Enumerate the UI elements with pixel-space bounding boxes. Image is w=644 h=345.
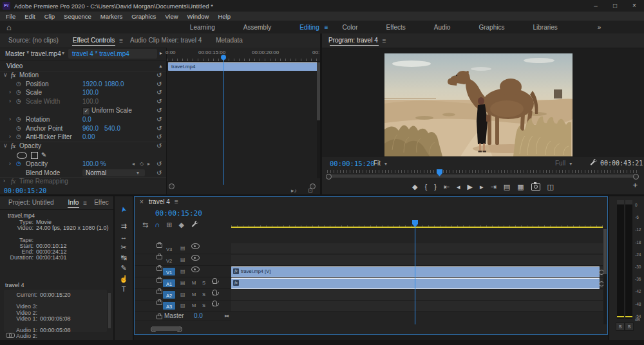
home-icon[interactable]: ⌂ <box>6 23 12 32</box>
video-clip[interactable]: fxtravel.mp4 [V] <box>231 266 600 277</box>
step-forward-button[interactable]: ▸ <box>480 181 484 192</box>
type-tool[interactable]: T <box>115 285 133 293</box>
ec-section-video[interactable]: Video <box>6 62 23 71</box>
mute-button[interactable]: M <box>192 290 196 300</box>
stopwatch-icon[interactable]: ◷ <box>16 88 21 97</box>
reset-parameter-icon[interactable]: ↺ <box>156 115 162 124</box>
solo-button[interactable]: S <box>202 278 205 288</box>
export-icon[interactable]: ⊡ <box>308 187 313 194</box>
scrubber-track[interactable] <box>327 174 639 178</box>
stopwatch-icon[interactable]: ◷ <box>16 133 21 142</box>
menu-file[interactable]: File <box>1 13 20 20</box>
lock-icon[interactable] <box>156 266 162 271</box>
timeline-tab[interactable]: travel 4 <box>149 198 170 205</box>
lock-icon[interactable] <box>156 255 162 259</box>
toggle-track-output-eye-icon[interactable] <box>191 255 200 261</box>
expander-icon[interactable]: › <box>9 160 11 169</box>
voiceover-mic-icon[interactable] <box>213 278 217 284</box>
workspace-tab-assembly[interactable]: Assembly <box>229 24 285 31</box>
audio-clip[interactable]: fx <box>231 278 600 289</box>
playback-resolution-select[interactable]: Full▾ <box>555 160 572 167</box>
ec-value-position-1[interactable]: 1080.0 <box>104 80 124 89</box>
ec-value-scale-0[interactable]: 100.0 <box>82 88 99 97</box>
go-to-in-button[interactable]: ⇤ <box>444 181 450 192</box>
mark-in-button[interactable]: { <box>424 181 427 192</box>
linked-selection-toggle[interactable]: ⊞ <box>166 221 172 229</box>
step-back-button[interactable]: ◂ <box>457 181 460 192</box>
ec-value-rotation-0[interactable]: 0.0 <box>82 115 91 124</box>
maximize-button[interactable]: □ <box>605 0 625 12</box>
hand-tool[interactable]: ☝ <box>115 275 133 283</box>
menu-window[interactable]: Window <box>183 13 214 20</box>
workspace-tab-audio[interactable]: Audio <box>420 24 465 31</box>
track-target-a1[interactable]: A1 <box>163 279 175 287</box>
chevron-down-icon[interactable]: ▾ <box>62 50 64 56</box>
ec-value-anti-flicker-filter-0[interactable]: 0.00 <box>82 133 95 142</box>
track-select-forward-tool[interactable]: ⇉ <box>115 222 133 230</box>
track-target-a3[interactable]: A3 <box>163 302 175 310</box>
toggle-track-output-eye-icon[interactable] <box>191 266 200 272</box>
reset-parameter-icon[interactable]: ↺ <box>156 133 162 142</box>
chevron-down-icon[interactable]: ▾ <box>137 169 139 178</box>
workspace-tab-color[interactable]: Color <box>328 24 372 31</box>
stopwatch-icon[interactable]: ◷ <box>16 124 21 133</box>
stopwatch-icon[interactable]: ◷ <box>16 80 21 89</box>
project-tab-project-untitled[interactable]: Project: Untitled <box>1 196 61 210</box>
program-timecode[interactable]: 00:00:15:20 <box>330 160 375 167</box>
timeline-timecode[interactable]: 00:00:15:20 <box>155 209 202 218</box>
reset-parameter-icon[interactable]: ↺ <box>156 97 162 106</box>
vertical-scrollbar[interactable] <box>603 229 607 324</box>
voiceover-mic-icon[interactable] <box>213 301 217 306</box>
track-target-v2[interactable]: V2 <box>163 256 175 264</box>
minimize-button[interactable]: – <box>586 0 605 12</box>
play-button[interactable]: ▶ <box>468 181 473 192</box>
ec-value-opacity-0[interactable]: 100.0 % <box>82 160 106 169</box>
expander-icon[interactable]: › <box>9 115 11 124</box>
source-patch-icon[interactable]: ▤ <box>180 301 185 311</box>
stopwatch-icon[interactable]: ◷ <box>16 115 21 124</box>
source-patch-icon[interactable]: ▤ <box>180 278 185 288</box>
pen-tool[interactable]: ✎ <box>115 264 133 272</box>
timeline-playhead-line[interactable] <box>415 220 415 324</box>
track-target-a2[interactable]: A2 <box>163 291 175 299</box>
reset-parameter-icon[interactable]: ↺ <box>156 124 162 133</box>
ec-value-anchor-point-0[interactable]: 960.0 <box>82 124 99 133</box>
program-viewer[interactable] <box>322 48 644 157</box>
menu-view[interactable]: View <box>160 13 182 20</box>
ec-tab-source-no-clips[interactable]: Source: (no clips) <box>1 33 66 48</box>
track-content-row[interactable] <box>231 255 603 266</box>
reset-parameter-icon[interactable]: ↺ <box>156 88 162 97</box>
expander-icon[interactable]: › <box>9 133 11 142</box>
source-patch-icon[interactable]: ▤ <box>180 266 185 277</box>
workspace-overflow-button[interactable]: » <box>598 24 602 31</box>
clip-duration-bar[interactable]: travel.mp4 <box>168 62 318 71</box>
menu-edit[interactable]: Edit <box>20 13 39 20</box>
menu-help[interactable]: Help <box>213 13 235 20</box>
lock-icon[interactable] <box>156 278 162 283</box>
reset-parameter-icon[interactable]: ↺ <box>156 169 162 178</box>
track-target-v3[interactable]: V3 <box>163 245 175 252</box>
expander-icon[interactable]: ∨ <box>3 71 8 80</box>
expander-icon[interactable]: ∨ <box>3 142 8 151</box>
scrubber-handle-left[interactable] <box>326 174 332 180</box>
current-time-display[interactable]: 00:00:15:20 <box>4 187 46 194</box>
solo-left-button[interactable]: S <box>616 322 625 331</box>
work-area-bar[interactable] <box>231 227 603 228</box>
insert-overwrite-toggle[interactable]: ⇆ <box>142 221 148 229</box>
source-patch-icon[interactable]: ▤ <box>180 290 185 300</box>
ec-value-scale-width-0[interactable]: 100.0 <box>82 97 99 106</box>
master-volume-value[interactable]: 0.0 <box>194 312 203 321</box>
reset-parameter-icon[interactable]: ↺ <box>156 71 162 80</box>
panel-menu-icon[interactable]: ≡ <box>175 198 178 205</box>
button-editor-plus[interactable]: + <box>632 180 638 190</box>
play-audio-only-icon[interactable]: ▸♪ <box>291 187 297 194</box>
close-button[interactable]: × <box>625 0 644 12</box>
keyframe-ruler[interactable]: 0:0000:00:15:0000:00:20:0000: <box>167 48 320 62</box>
solo-button[interactable]: S <box>202 301 205 311</box>
reset-parameter-icon[interactable]: ↺ <box>156 80 162 89</box>
project-tab-effec[interactable]: Effec <box>87 196 113 210</box>
playhead-handle[interactable] <box>221 55 226 60</box>
tab-scroll-right-icon[interactable]: ▸ <box>160 50 162 56</box>
add-keyframe-icon[interactable]: ◇ <box>140 160 144 169</box>
playhead-line[interactable] <box>223 59 223 185</box>
